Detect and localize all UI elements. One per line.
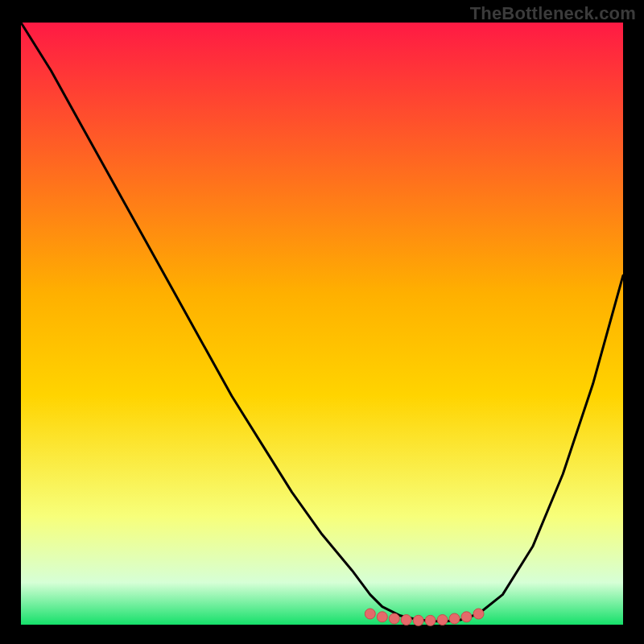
- valley-dot: [437, 615, 448, 625]
- valley-dot: [401, 615, 411, 625]
- valley-dot: [413, 615, 423, 625]
- chart-svg: [0, 0, 644, 644]
- valley-dot: [377, 612, 387, 622]
- valley-dot: [389, 613, 399, 624]
- valley-dot: [461, 612, 472, 622]
- valley-dot: [473, 609, 484, 619]
- valley-dot: [449, 613, 460, 624]
- chart-stage: { "watermark": "TheBottleneck.com", "col…: [0, 0, 644, 644]
- valley-dot: [425, 615, 436, 625]
- valley-dot: [365, 609, 375, 619]
- watermark-text: TheBottleneck.com: [470, 3, 636, 24]
